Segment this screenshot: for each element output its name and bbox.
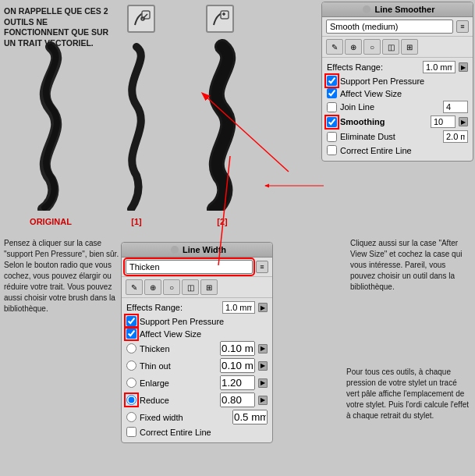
width-toolbar: ✎ ⊕ ○ ◫ ⊞: [122, 277, 272, 298]
thin-out-radio[interactable]: [126, 361, 136, 371]
reduce-arrow[interactable]: ▶: [258, 396, 268, 405]
width-correct-line-row: Correct Entire Line: [126, 427, 268, 437]
fixed-width-label: Fixed width: [140, 413, 229, 422]
thin-out-arrow[interactable]: ▶: [258, 361, 268, 371]
width-toolbar-btn-5[interactable]: ⊞: [200, 279, 218, 295]
join-line-checkbox[interactable]: [327, 102, 337, 112]
affect-view-checkbox[interactable]: [327, 88, 337, 98]
close-dot[interactable]: [363, 5, 370, 13]
eliminate-dust-input[interactable]: [443, 130, 468, 143]
join-line-input[interactable]: [443, 101, 468, 113]
stroke-2: [2]: [187, 39, 257, 211]
reduce-label: Reduce: [140, 396, 217, 405]
smoother-body: Effects Range: ▶ Support Pen Pressure Af…: [322, 58, 473, 161]
width-effects-range-input[interactable]: [222, 301, 255, 314]
enlarge-label: Enlarge: [140, 378, 217, 388]
left-annotation-text: Pensez à cliquer sur la case "support Pe…: [4, 238, 119, 314]
line-smoother-panel: Line Smoother Smooth (medium) ≡ ✎ ⊕ ○ ◫ …: [321, 2, 473, 162]
right-annotation-2-text: Pour tous ces outils, à chaque pression …: [346, 367, 471, 421]
affect-view-label: Affect View Size: [340, 89, 468, 98]
smoothing-input[interactable]: [431, 115, 456, 128]
effects-range-arrow[interactable]: ▶: [459, 62, 468, 72]
width-close-dot[interactable]: [171, 246, 179, 254]
left-annotation: Pensez à cliquer sur la case "support Pe…: [4, 238, 119, 314]
effects-range-input[interactable]: [423, 61, 456, 73]
smoothing-row: Smoothing ▶: [327, 115, 468, 128]
thin-out-label: Thin out: [140, 361, 217, 371]
width-dropdown-row: Thicken ≡: [122, 258, 272, 277]
reduce-input[interactable]: [220, 393, 255, 407]
thicken-label: Thicken: [140, 344, 217, 353]
smoothing-label: Smoothing: [340, 117, 427, 126]
width-affect-view-row: Affect View Size: [126, 329, 268, 339]
width-effects-range-arrow[interactable]: ▶: [258, 303, 268, 312]
correct-line-label: Correct Entire Line: [340, 146, 468, 155]
smoother-panel-title: Line Smoother: [322, 2, 473, 17]
toolbar-btn-4[interactable]: ◫: [382, 39, 399, 55]
toolbar-btn-1[interactable]: ✎: [326, 39, 343, 55]
right-annotation-1-text: Cliquez aussi sur la case "After View Si…: [350, 238, 471, 293]
width-toolbar-btn-1[interactable]: ✎: [126, 279, 143, 295]
width-toolbar-btn-4[interactable]: ◫: [182, 279, 199, 295]
width-tool-icon: [206, 5, 234, 33]
support-pen-checkbox[interactable]: [327, 76, 337, 86]
width-dropdown[interactable]: Thicken: [126, 260, 253, 274]
width-options-btn[interactable]: ≡: [256, 261, 268, 273]
thicken-row: Thicken ▶: [126, 341, 268, 356]
smoothing-checkbox[interactable]: [327, 117, 337, 127]
width-correct-line-checkbox[interactable]: [126, 427, 136, 437]
width-correct-line-label: Correct Entire Line: [140, 428, 268, 437]
enlarge-radio[interactable]: [126, 378, 136, 388]
right-annotation-1: Cliquez aussi sur la case "After View Si…: [350, 238, 471, 293]
smoother-dropdown[interactable]: Smooth (medium): [326, 20, 453, 34]
thicken-arrow[interactable]: ▶: [258, 344, 268, 353]
fixed-width-row: Fixed width: [126, 410, 268, 424]
enlarge-input[interactable]: [220, 375, 255, 390]
width-effects-range-row: Effects Range: ▶: [126, 301, 268, 314]
width-support-pen-checkbox[interactable]: [126, 316, 136, 326]
fixed-width-radio[interactable]: [126, 412, 136, 422]
width-support-pen-label: Support Pen Pressure: [140, 317, 268, 326]
width-affect-view-checkbox[interactable]: [126, 329, 136, 339]
stroke-1: [1]: [101, 39, 172, 211]
eliminate-dust-label: Eliminate Dust: [340, 132, 440, 141]
fixed-width-input[interactable]: [232, 410, 268, 424]
effects-range-label: Effects Range:: [327, 62, 420, 72]
stroke-original: ORIGINAL: [16, 39, 86, 211]
label-s2: [2]: [217, 217, 227, 226]
thin-out-row: Thin out ▶: [126, 358, 268, 373]
right-annotation-2: Pour tous ces outils, à chaque pression …: [346, 367, 471, 421]
join-line-row: Join Line: [327, 101, 468, 113]
smoother-toolbar: ✎ ⊕ ○ ◫ ⊞: [322, 37, 473, 58]
smoothing-arrow[interactable]: ▶: [459, 117, 468, 126]
toolbar-btn-2[interactable]: ⊕: [345, 39, 362, 55]
join-line-label: Join Line: [340, 102, 440, 112]
line-width-panel: Line Width Thicken ≡ ✎ ⊕ ○ ◫ ⊞ Effects R…: [121, 242, 273, 443]
width-toolbar-btn-2[interactable]: ⊕: [144, 279, 161, 295]
eliminate-dust-row: Eliminate Dust: [327, 130, 468, 143]
thin-out-input[interactable]: [220, 358, 255, 373]
thicken-radio[interactable]: [126, 343, 136, 353]
smoother-options-btn[interactable]: ≡: [456, 20, 469, 33]
enlarge-row: Enlarge ▶: [126, 375, 268, 390]
label-original: ORIGINAL: [30, 217, 72, 226]
eliminate-dust-checkbox[interactable]: [327, 132, 337, 142]
effects-range-row: Effects Range: ▶: [327, 61, 468, 73]
enlarge-arrow[interactable]: ▶: [258, 378, 268, 388]
support-pen-row: Support Pen Pressure: [327, 76, 468, 86]
width-effects-range-label: Effects Range:: [126, 303, 219, 312]
smoother-dropdown-row: Smooth (medium) ≡: [322, 17, 473, 37]
width-affect-view-label: Affect View Size: [140, 329, 268, 339]
correct-line-row: Correct Entire Line: [327, 145, 468, 155]
thicken-input[interactable]: [220, 341, 255, 356]
support-pen-label: Support Pen Pressure: [340, 76, 468, 86]
width-panel-title: Line Width: [122, 243, 272, 258]
affect-view-row: Affect View Size: [327, 88, 468, 98]
toolbar-btn-5[interactable]: ⊞: [401, 39, 418, 55]
toolbar-btn-3[interactable]: ○: [363, 39, 381, 55]
smooth-tool-icon: [127, 5, 155, 33]
reduce-radio[interactable]: [126, 395, 136, 405]
correct-line-checkbox[interactable]: [327, 145, 337, 155]
width-toolbar-btn-3[interactable]: ○: [163, 279, 180, 295]
width-support-pen-row: Support Pen Pressure: [126, 316, 268, 326]
